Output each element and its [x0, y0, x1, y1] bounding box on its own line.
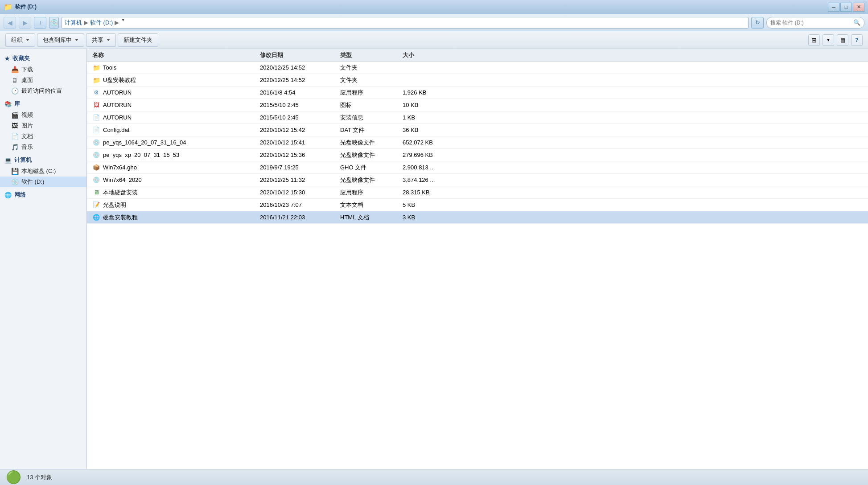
table-row[interactable]: 💿 Win7x64_2020 2020/12/25 11:32 光盘映像文件 3…	[87, 174, 868, 186]
back-button[interactable]: ◀	[4, 17, 16, 29]
file-list-body: 📁 Tools 2020/12/25 14:52 文件夹 📁 U盘安装教程 20…	[87, 62, 868, 469]
folder-icon: 📁	[92, 76, 100, 84]
music-label: 音乐	[21, 143, 33, 151]
preview-button[interactable]: ▤	[837, 34, 848, 46]
table-row[interactable]: 📄 AUTORUN 2015/5/10 2:45 安装信息 1 KB	[87, 111, 868, 124]
table-row[interactable]: 📁 Tools 2020/12/25 14:52 文件夹	[87, 62, 868, 74]
view-toggle-button[interactable]: ⊞	[808, 34, 820, 46]
file-label: 本地硬盘安装	[103, 189, 138, 197]
table-row[interactable]: 💿 pe_yqs_1064_20_07_31_16_04 2020/10/12 …	[87, 136, 868, 149]
image-icon: 🖼	[11, 122, 19, 130]
search-box[interactable]: 🔍	[766, 17, 864, 29]
file-date: 2016/11/21 22:03	[260, 214, 340, 221]
table-row[interactable]: ⚙ AUTORUN 2016/1/8 4:54 应用程序 1,926 KB	[87, 86, 868, 99]
file-size: 1 KB	[403, 114, 456, 121]
sidebar-item-desktop[interactable]: 🖥 桌面	[0, 75, 86, 86]
recent-icon: 🕐	[11, 87, 19, 95]
include-library-button[interactable]: 包含到库中	[37, 33, 84, 47]
window-icon: 📁	[4, 3, 12, 11]
sidebar-item-video[interactable]: 🎬 视频	[0, 110, 86, 120]
refresh-button[interactable]: ↻	[751, 17, 764, 29]
file-size: 10 KB	[403, 102, 456, 108]
new-folder-label: 新建文件夹	[123, 36, 152, 44]
sidebar-item-recent[interactable]: 🕐 最近访问的位置	[0, 86, 86, 96]
status-text: 13 个对象	[27, 473, 52, 481]
network-icon: 🌐	[4, 192, 12, 198]
file-label: pe_yqs_1064_20_07_31_16_04	[103, 139, 186, 146]
search-icon[interactable]: 🔍	[853, 19, 860, 26]
computer-icon: 💻	[4, 157, 12, 164]
text-icon: 📝	[92, 201, 100, 209]
maximize-button[interactable]: □	[840, 3, 852, 12]
col-header-name[interactable]: 名称	[91, 51, 260, 59]
minimize-button[interactable]: ─	[828, 3, 839, 12]
share-button[interactable]: 共享	[86, 33, 116, 47]
file-size: 3 KB	[403, 214, 456, 221]
favorites-icon: ★	[4, 55, 10, 62]
breadcrumb-computer[interactable]: 计算机	[65, 19, 82, 27]
file-label: pe_yqs_xp_20_07_31_15_53	[103, 152, 179, 158]
view-dropdown-button[interactable]: ▼	[823, 34, 834, 46]
help-button[interactable]: ?	[851, 34, 863, 46]
computer-label: 计算机	[14, 156, 32, 164]
sidebar-header-library[interactable]: 📚 库	[0, 98, 86, 110]
download-icon: 📥	[11, 66, 19, 74]
file-date: 2019/9/7 19:25	[260, 164, 340, 171]
sidebar-item-music[interactable]: 🎵 音乐	[0, 142, 86, 152]
sidebar-section-computer: 💻 计算机 💾 本地磁盘 (C:) 💿 软件 (D:)	[0, 154, 86, 187]
forward-button[interactable]: ▶	[19, 17, 31, 29]
file-date: 2015/5/10 2:45	[260, 114, 340, 121]
sidebar-item-drive-c[interactable]: 💾 本地磁盘 (C:)	[0, 166, 86, 177]
sidebar-section-favorites: ★ 收藏夹 📥 下载 🖥 桌面 🕐 最近访问的位置	[0, 53, 86, 96]
file-date: 2020/12/25 14:52	[260, 64, 340, 71]
col-header-size[interactable]: 大小	[403, 51, 456, 59]
share-label: 共享	[92, 36, 103, 44]
table-row[interactable]: 📄 Config.dat 2020/10/12 15:42 DAT 文件 36 …	[87, 124, 868, 136]
sidebar-item-download[interactable]: 📥 下载	[0, 64, 86, 75]
sidebar-header-favorites[interactable]: ★ 收藏夹	[0, 53, 86, 64]
file-label: AUTORUN	[103, 114, 132, 121]
html-icon: 🌐	[92, 214, 100, 222]
col-header-type[interactable]: 类型	[340, 51, 403, 59]
table-row[interactable]: 🖥 本地硬盘安装 2020/10/12 15:30 应用程序 28,315 KB	[87, 186, 868, 199]
up-button[interactable]: ↑	[34, 17, 46, 29]
config-icon: 📄	[92, 114, 100, 122]
sidebar-header-computer[interactable]: 💻 计算机	[0, 154, 86, 166]
close-button[interactable]: ✕	[853, 3, 864, 12]
sidebar-item-document[interactable]: 📄 文档	[0, 131, 86, 142]
table-row[interactable]: 📝 光盘说明 2016/10/23 7:07 文本文档 5 KB	[87, 199, 868, 211]
file-date: 2020/10/12 15:41	[260, 139, 340, 146]
file-label: Win7x64.gho	[103, 164, 137, 171]
file-type: 光盘映像文件	[340, 176, 403, 184]
file-name-pe1: 💿 pe_yqs_1064_20_07_31_16_04	[91, 139, 260, 147]
sidebar-item-drive-d[interactable]: 💿 软件 (D:)	[0, 177, 86, 187]
file-type: 图标	[340, 101, 403, 109]
file-label: AUTORUN	[103, 89, 132, 96]
breadcrumb-drive-d[interactable]: 软件 (D:)	[90, 19, 113, 27]
document-icon: 📄	[11, 132, 19, 140]
breadcrumb-sep-2: ▶	[115, 19, 119, 26]
table-row[interactable]: 📁 U盘安装教程 2020/12/25 14:52 文件夹	[87, 74, 868, 86]
breadcrumb[interactable]: 计算机 ▶ 软件 (D:) ▶ ▼	[62, 17, 749, 29]
organize-button[interactable]: 组织	[5, 33, 35, 47]
file-label: AUTORUN	[103, 102, 132, 108]
file-date: 2015/5/10 2:45	[260, 102, 340, 108]
table-row[interactable]: 📦 Win7x64.gho 2019/9/7 19:25 GHO 文件 2,90…	[87, 161, 868, 174]
file-type: 光盘映像文件	[340, 151, 403, 159]
desktop-icon: 🖥	[11, 76, 19, 84]
drive-d-label: 软件 (D:)	[21, 178, 44, 186]
file-name-tools: 📁 Tools	[91, 64, 260, 72]
col-header-date[interactable]: 修改日期	[260, 51, 340, 59]
gho-icon: 📦	[92, 164, 100, 172]
table-row[interactable]: 🖼 AUTORUN 2015/5/10 2:45 图标 10 KB	[87, 99, 868, 111]
new-folder-button[interactable]: 新建文件夹	[118, 33, 158, 47]
img-icon: 🖼	[92, 101, 100, 109]
sidebar: ★ 收藏夹 📥 下载 🖥 桌面 🕐 最近访问的位置 📚 库	[0, 49, 87, 469]
desktop-label: 桌面	[21, 76, 33, 84]
search-input[interactable]	[770, 20, 852, 26]
sidebar-item-image[interactable]: 🖼 图片	[0, 120, 86, 131]
breadcrumb-dropdown[interactable]: ▼	[121, 17, 130, 28]
sidebar-header-network[interactable]: 🌐 网络	[0, 189, 86, 201]
table-row[interactable]: 💿 pe_yqs_xp_20_07_31_15_53 2020/10/12 15…	[87, 149, 868, 161]
table-row[interactable]: 🌐 硬盘安装教程 2016/11/21 22:03 HTML 文档 3 KB	[87, 211, 868, 224]
